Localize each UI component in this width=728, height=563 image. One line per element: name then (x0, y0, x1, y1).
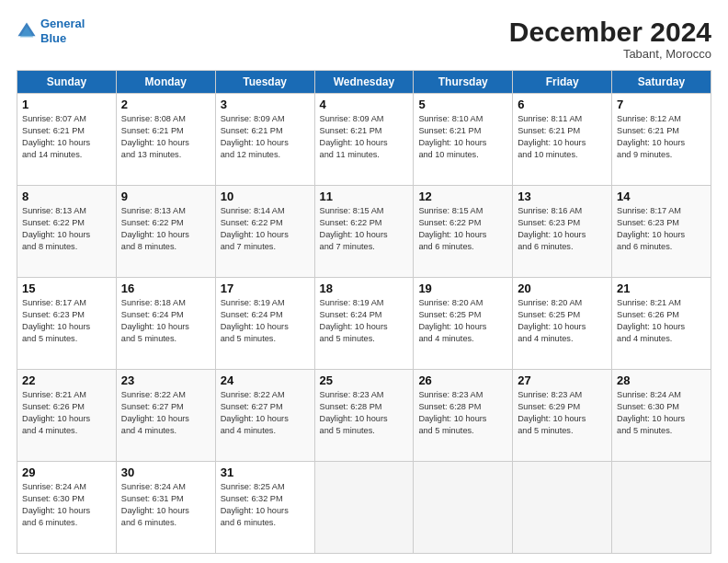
day-number: 3 (221, 98, 310, 111)
calendar-cell: 16Sunrise: 8:18 AM Sunset: 6:24 PM Dayli… (116, 278, 215, 370)
day-info: Sunrise: 8:20 AM Sunset: 6:25 PM Dayligh… (518, 297, 607, 345)
day-number: 2 (121, 98, 210, 111)
day-info: Sunrise: 8:09 AM Sunset: 6:21 PM Dayligh… (320, 113, 409, 161)
title-block: December 2024 Tabant, Morocco (509, 17, 711, 61)
calendar-week-4: 22Sunrise: 8:21 AM Sunset: 6:26 PM Dayli… (17, 370, 711, 462)
day-number: 22 (22, 373, 111, 387)
day-info: Sunrise: 8:19 AM Sunset: 6:24 PM Dayligh… (320, 297, 409, 345)
day-info: Sunrise: 8:11 AM Sunset: 6:21 PM Dayligh… (518, 113, 607, 161)
logo-general: General (40, 17, 85, 30)
calendar-cell: 2Sunrise: 8:08 AM Sunset: 6:21 PM Daylig… (116, 94, 215, 186)
calendar-cell: 13Sunrise: 8:16 AM Sunset: 6:23 PM Dayli… (513, 186, 612, 278)
day-header-wednesday: Wednesday (314, 71, 414, 94)
logo-blue: Blue (40, 31, 66, 45)
calendar-cell: 14Sunrise: 8:17 AM Sunset: 6:23 PM Dayli… (612, 186, 711, 278)
day-header-friday: Friday (513, 71, 612, 94)
day-number: 19 (418, 282, 507, 295)
day-number: 15 (22, 282, 111, 295)
page: General Blue December 2024 Tabant, Moroc… (0, 0, 728, 563)
day-info: Sunrise: 8:23 AM Sunset: 6:28 PM Dayligh… (320, 389, 409, 437)
day-info: Sunrise: 8:24 AM Sunset: 6:30 PM Dayligh… (617, 389, 706, 437)
calendar-cell: 22Sunrise: 8:21 AM Sunset: 6:26 PM Dayli… (17, 370, 117, 462)
calendar-cell: 7Sunrise: 8:12 AM Sunset: 6:21 PM Daylig… (612, 94, 711, 186)
calendar-cell: 25Sunrise: 8:23 AM Sunset: 6:28 PM Dayli… (314, 370, 414, 462)
calendar-cell: 17Sunrise: 8:19 AM Sunset: 6:24 PM Dayli… (215, 278, 314, 370)
logo-text: General Blue (40, 17, 85, 45)
day-number: 7 (617, 98, 706, 111)
day-number: 24 (221, 373, 310, 387)
day-header-monday: Monday (116, 71, 215, 94)
day-number: 29 (22, 465, 111, 479)
day-number: 28 (617, 373, 706, 387)
calendar-cell: 8Sunrise: 8:13 AM Sunset: 6:22 PM Daylig… (17, 186, 117, 278)
day-info: Sunrise: 8:12 AM Sunset: 6:21 PM Dayligh… (617, 113, 706, 161)
day-number: 20 (518, 282, 607, 295)
calendar-cell: 19Sunrise: 8:20 AM Sunset: 6:25 PM Dayli… (414, 278, 513, 370)
calendar-cell: 9Sunrise: 8:13 AM Sunset: 6:22 PM Daylig… (116, 186, 215, 278)
day-number: 8 (22, 190, 111, 203)
month-title: December 2024 (509, 17, 711, 47)
calendar-cell: 1Sunrise: 8:07 AM Sunset: 6:21 PM Daylig… (17, 94, 117, 186)
calendar-cell: 29Sunrise: 8:24 AM Sunset: 6:30 PM Dayli… (17, 462, 117, 554)
day-header-sunday: Sunday (17, 71, 117, 94)
day-info: Sunrise: 8:24 AM Sunset: 6:30 PM Dayligh… (22, 481, 111, 529)
day-number: 14 (617, 190, 706, 203)
logo: General Blue (17, 17, 85, 45)
day-info: Sunrise: 8:08 AM Sunset: 6:21 PM Dayligh… (121, 113, 210, 161)
location: Tabant, Morocco (509, 47, 711, 61)
day-info: Sunrise: 8:22 AM Sunset: 6:27 PM Dayligh… (221, 389, 310, 437)
day-number: 5 (418, 98, 507, 111)
calendar-week-3: 15Sunrise: 8:17 AM Sunset: 6:23 PM Dayli… (17, 278, 711, 370)
day-number: 12 (418, 190, 507, 203)
day-info: Sunrise: 8:18 AM Sunset: 6:24 PM Dayligh… (121, 297, 210, 345)
day-number: 23 (121, 373, 210, 387)
calendar-cell: 23Sunrise: 8:22 AM Sunset: 6:27 PM Dayli… (116, 370, 215, 462)
day-info: Sunrise: 8:13 AM Sunset: 6:22 PM Dayligh… (121, 205, 210, 253)
calendar-cell: 6Sunrise: 8:11 AM Sunset: 6:21 PM Daylig… (513, 94, 612, 186)
calendar-cell: 27Sunrise: 8:23 AM Sunset: 6:29 PM Dayli… (513, 370, 612, 462)
calendar-cell (612, 462, 711, 554)
calendar-week-5: 29Sunrise: 8:24 AM Sunset: 6:30 PM Dayli… (17, 462, 711, 554)
day-number: 18 (320, 282, 409, 295)
day-info: Sunrise: 8:09 AM Sunset: 6:21 PM Dayligh… (221, 113, 310, 161)
calendar-table: SundayMondayTuesdayWednesdayThursdayFrid… (17, 70, 711, 554)
day-info: Sunrise: 8:15 AM Sunset: 6:22 PM Dayligh… (320, 205, 409, 253)
calendar-cell: 12Sunrise: 8:15 AM Sunset: 6:22 PM Dayli… (414, 186, 513, 278)
day-info: Sunrise: 8:13 AM Sunset: 6:22 PM Dayligh… (22, 205, 111, 253)
day-header-saturday: Saturday (612, 71, 711, 94)
calendar-cell: 11Sunrise: 8:15 AM Sunset: 6:22 PM Dayli… (314, 186, 414, 278)
day-info: Sunrise: 8:23 AM Sunset: 6:28 PM Dayligh… (418, 389, 507, 437)
day-info: Sunrise: 8:25 AM Sunset: 6:32 PM Dayligh… (221, 481, 310, 529)
day-number: 13 (518, 190, 607, 203)
day-info: Sunrise: 8:24 AM Sunset: 6:31 PM Dayligh… (121, 481, 210, 529)
calendar-cell: 21Sunrise: 8:21 AM Sunset: 6:26 PM Dayli… (612, 278, 711, 370)
calendar-cell: 31Sunrise: 8:25 AM Sunset: 6:32 PM Dayli… (215, 462, 314, 554)
day-info: Sunrise: 8:14 AM Sunset: 6:22 PM Dayligh… (221, 205, 310, 253)
day-number: 6 (518, 98, 607, 111)
day-info: Sunrise: 8:22 AM Sunset: 6:27 PM Dayligh… (121, 389, 210, 437)
day-number: 4 (320, 98, 409, 111)
calendar-cell: 18Sunrise: 8:19 AM Sunset: 6:24 PM Dayli… (314, 278, 414, 370)
calendar-cell (414, 462, 513, 554)
day-number: 17 (221, 282, 310, 295)
day-info: Sunrise: 8:07 AM Sunset: 6:21 PM Dayligh… (22, 113, 111, 161)
calendar-cell: 30Sunrise: 8:24 AM Sunset: 6:31 PM Dayli… (116, 462, 215, 554)
day-number: 21 (617, 282, 706, 295)
logo-icon (17, 21, 37, 41)
calendar-cell: 10Sunrise: 8:14 AM Sunset: 6:22 PM Dayli… (215, 186, 314, 278)
day-number: 1 (22, 98, 111, 111)
day-number: 26 (418, 373, 507, 387)
day-info: Sunrise: 8:10 AM Sunset: 6:21 PM Dayligh… (418, 113, 507, 161)
calendar-cell: 26Sunrise: 8:23 AM Sunset: 6:28 PM Dayli… (414, 370, 513, 462)
calendar-cell: 5Sunrise: 8:10 AM Sunset: 6:21 PM Daylig… (414, 94, 513, 186)
day-info: Sunrise: 8:23 AM Sunset: 6:29 PM Dayligh… (518, 389, 607, 437)
calendar-cell (513, 462, 612, 554)
day-info: Sunrise: 8:17 AM Sunset: 6:23 PM Dayligh… (22, 297, 111, 345)
day-number: 11 (320, 190, 409, 203)
day-header-tuesday: Tuesday (215, 71, 314, 94)
calendar-week-1: 1Sunrise: 8:07 AM Sunset: 6:21 PM Daylig… (17, 94, 711, 186)
day-info: Sunrise: 8:16 AM Sunset: 6:23 PM Dayligh… (518, 205, 607, 253)
day-number: 9 (121, 190, 210, 203)
day-number: 10 (221, 190, 310, 203)
day-number: 31 (221, 465, 310, 479)
